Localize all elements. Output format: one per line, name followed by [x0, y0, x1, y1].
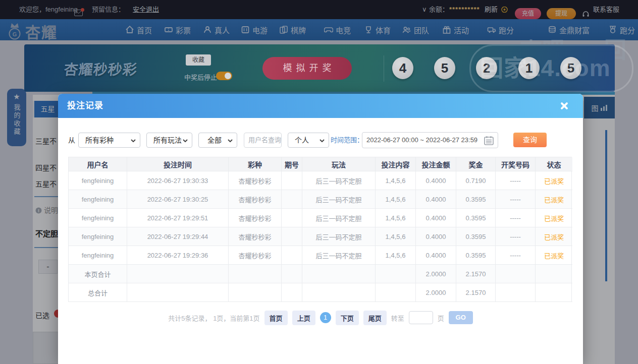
last-page-button[interactable]: 尾页 [363, 311, 387, 325]
chevron-down-icon [320, 139, 325, 142]
table-cell: 0.7190 [456, 171, 496, 190]
table-cell: 总合计 [69, 283, 127, 302]
table-cell: 2.0000 [416, 283, 456, 302]
table-cell [376, 265, 416, 283]
lottery-select[interactable]: 所有彩种 [78, 133, 140, 148]
table-cell: ----- [496, 171, 536, 190]
goto-label: 转至 [391, 313, 404, 323]
table-row: fengfeining2022-06-27 19:29:51杏耀秒秒彩后三一码不… [69, 209, 571, 227]
grand-total-row: 总合计2.00002.1570 [69, 283, 571, 302]
table-cell: 杏耀秒秒彩 [229, 246, 282, 265]
modal-title: 投注记录 [67, 94, 103, 118]
select-value: 全部 [207, 136, 222, 144]
table-cell [282, 283, 302, 302]
table-cell: 已派奖 [536, 209, 572, 227]
table-cell: 杏耀秒秒彩 [229, 190, 282, 209]
table-cell: ----- [496, 227, 536, 246]
first-page-button[interactable]: 首页 [264, 311, 288, 325]
table-cell: 2022-06-27 19:29:36 [127, 246, 229, 265]
table-cell: 1,4,5,6 [376, 190, 416, 209]
draw-ball: 4 [392, 57, 413, 79]
table-cell [536, 265, 572, 283]
table-cell: ----- [496, 209, 536, 227]
select-value: 所有彩种 [85, 136, 114, 144]
table-cell: fengfeining [69, 171, 127, 190]
table-cell: 0.3595 [456, 190, 496, 209]
table-row: fengfeining2022-06-27 19:30:25杏耀秒秒彩后三一码不… [69, 190, 571, 209]
table-cell [127, 265, 229, 283]
bet-records-modal: 投注记录 从 所有彩种 所有玩法 全部 用户名查询 个人 时间范围： 2022-… [58, 94, 583, 364]
table-row: fengfeining2022-06-27 19:29:44杏耀秒秒彩后三一码不… [69, 227, 571, 246]
next-page-button[interactable]: 下页 [336, 311, 359, 325]
table-cell: 1,4,5,6 [376, 246, 416, 265]
time-range-label: 时间范围： [331, 133, 363, 148]
table-cell [229, 283, 282, 302]
chevron-down-icon [183, 139, 188, 142]
status-select[interactable]: 全部 [198, 133, 237, 148]
table-cell: 2022-06-27 19:29:44 [127, 227, 229, 246]
scope-select[interactable]: 个人 [288, 133, 329, 148]
current-page[interactable]: 1 [320, 312, 331, 323]
time-range-input[interactable]: 2022-06-27 00:00 ~ 2022-06-27 23:59 [362, 132, 498, 148]
table-cell [127, 283, 229, 302]
table-cell: 本页合计 [69, 265, 127, 283]
table-cell: 已派奖 [536, 246, 572, 265]
page-unit-label: 页 [438, 313, 444, 323]
table-cell: fengfeining [69, 190, 127, 209]
table-header-cell: 投注时间 [127, 157, 229, 171]
table-cell: fengfeining [69, 227, 127, 246]
pagination: 共计5条记录， 1页，当前第1页 首页 上页 1 下页 尾页 转至 页 GO [58, 311, 583, 325]
table-cell [282, 209, 302, 227]
table-cell [302, 265, 376, 283]
table-cell [282, 246, 302, 265]
page-total-row: 本页合计2.00002.1570 [69, 265, 571, 283]
table-cell: 后三一码不定胆 [302, 227, 376, 246]
table-cell: fengfeining [69, 209, 127, 227]
table-row: fengfeining2022-06-27 19:30:33杏耀秒秒彩后三一码不… [69, 171, 571, 190]
table-header-cell: 玩法 [302, 157, 376, 171]
table-cell [229, 265, 282, 283]
stop-after-win-label: 中奖后停止 [184, 72, 217, 82]
table-cell: 0.4000 [416, 209, 456, 227]
chevron-down-icon [228, 139, 233, 142]
goto-page-input[interactable] [409, 311, 433, 324]
pagination-summary: 共计5条记录， 1页，当前第1页 [168, 313, 259, 323]
prev-page-button[interactable]: 上页 [292, 311, 315, 325]
table-header-cell: 奖金 [456, 157, 496, 171]
table-cell: 已派奖 [536, 190, 572, 209]
go-button[interactable]: GO [449, 311, 473, 324]
table-cell: 2022-06-27 19:29:51 [127, 209, 229, 227]
table-header-cell: 投注金额 [416, 157, 456, 171]
chevron-down-icon [131, 139, 136, 142]
table-header-cell: 状态 [536, 157, 572, 171]
stop-after-win-toggle[interactable] [216, 72, 232, 80]
username-search-input[interactable]: 用户名查询 [244, 133, 282, 148]
table-cell: 0.4000 [416, 171, 456, 190]
table-cell: 0.4000 [416, 246, 456, 265]
table-cell: 1,4,5,6 [376, 227, 416, 246]
simulate-draw-button[interactable]: 模拟开奖 [262, 57, 352, 80]
table-cell: 杏耀秒秒彩 [229, 209, 282, 227]
table-cell: 后三一码不定胆 [302, 171, 376, 190]
favorite-button[interactable]: 收藏 [186, 54, 211, 66]
table-cell [302, 283, 376, 302]
table-cell [282, 265, 302, 283]
search-button[interactable]: 查询 [513, 133, 547, 147]
table-cell: 已派奖 [536, 171, 572, 190]
table-cell: 2.0000 [416, 265, 456, 283]
table-cell: 1,4,5,6 [376, 171, 416, 190]
play-select[interactable]: 所有玩法 [146, 133, 192, 148]
table-cell: fengfeining [69, 246, 127, 265]
close-icon[interactable] [559, 100, 570, 111]
table-cell: 后三一码不定胆 [302, 246, 376, 265]
table-cell [282, 190, 302, 209]
table-header-cell: 彩种 [229, 157, 282, 171]
table-cell: 1,4,5,6 [376, 209, 416, 227]
time-range-value: 2022-06-27 00:00 ~ 2022-06-27 23:59 [366, 136, 477, 144]
table-cell: 2022-06-27 19:30:25 [127, 190, 229, 209]
table-cell: ----- [496, 190, 536, 209]
table-header-cell: 期号 [282, 157, 302, 171]
bet-records-table: 用户名投注时间彩种期号玩法投注内容投注金额奖金开奖号码状态fengfeining… [68, 157, 572, 302]
table-cell: 0.3595 [456, 246, 496, 265]
select-value: 所有玩法 [153, 136, 182, 144]
